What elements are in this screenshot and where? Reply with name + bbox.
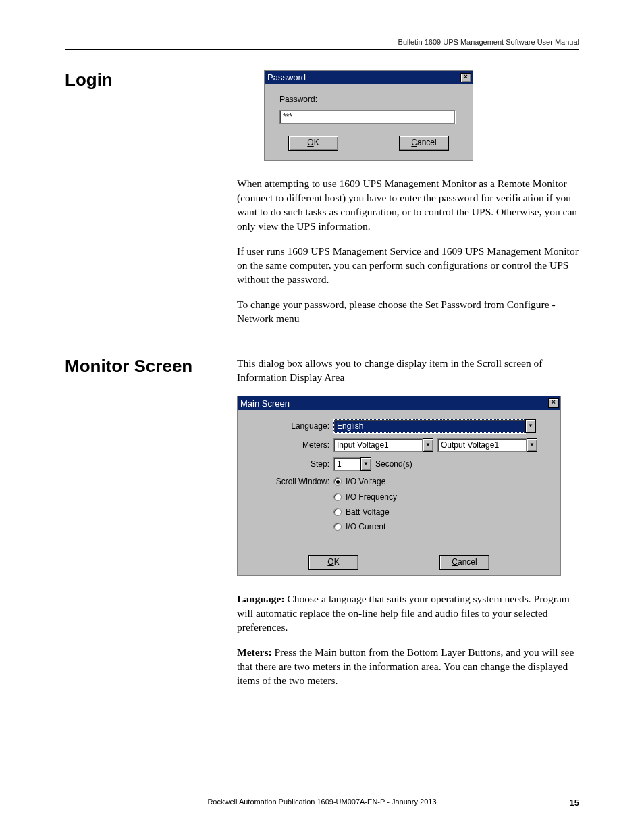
language-description: Language: Choose a language that suits y… bbox=[237, 592, 579, 635]
radio-io-frequency[interactable]: I/O Frequency bbox=[333, 492, 397, 502]
password-dialog-titlebar: Password × bbox=[265, 71, 473, 84]
radio-io-current[interactable]: I/O Current bbox=[333, 521, 397, 532]
radio-batt-voltage[interactable]: Batt Voltage bbox=[333, 506, 397, 517]
step-label: Step: bbox=[247, 459, 333, 469]
meter2-value: Output Voltage1 bbox=[437, 438, 527, 452]
language-select[interactable]: English ▼ bbox=[333, 419, 536, 433]
radio-io-voltage[interactable]: I/O Voltage bbox=[333, 476, 397, 487]
header-rule bbox=[65, 49, 579, 50]
mainscreen-dialog: Main Screen × Language: English ▼ Meters… bbox=[237, 396, 561, 576]
ok-button[interactable]: OK bbox=[308, 555, 358, 570]
password-input[interactable]: *** bbox=[279, 110, 455, 124]
password-dialog: Password × Password: *** OK Cancel bbox=[264, 70, 473, 161]
cancel-button[interactable]: Cancel bbox=[439, 555, 489, 570]
close-icon[interactable]: × bbox=[548, 398, 559, 408]
chevron-down-icon[interactable]: ▼ bbox=[423, 438, 433, 452]
meters-description: Meters: Press the Main button from the B… bbox=[237, 646, 579, 688]
radio-icon bbox=[333, 493, 342, 501]
meter1-value: Input Voltage1 bbox=[333, 438, 423, 452]
mainscreen-titlebar: Main Screen × bbox=[238, 396, 560, 410]
meter1-select[interactable]: Input Voltage1 ▼ bbox=[333, 438, 433, 452]
step-value: 1 bbox=[333, 457, 360, 471]
radio-icon bbox=[333, 523, 342, 531]
chevron-down-icon[interactable]: ▼ bbox=[525, 419, 536, 433]
seconds-label: Second(s) bbox=[375, 459, 412, 469]
monitor-section: Monitor Screen This dialog box allows yo… bbox=[65, 357, 579, 698]
meter2-select[interactable]: Output Voltage1 ▼ bbox=[437, 438, 537, 452]
page-footer: Rockwell Automation Publication 1609-UM0… bbox=[65, 798, 579, 806]
chevron-down-icon[interactable]: ▼ bbox=[360, 457, 371, 471]
radio-icon bbox=[333, 508, 342, 516]
radio-icon bbox=[333, 477, 342, 486]
password-dialog-title: Password bbox=[267, 72, 306, 84]
cancel-button[interactable]: Cancel bbox=[399, 136, 449, 151]
language-value: English bbox=[333, 419, 525, 433]
meters-label: Meters: bbox=[247, 440, 333, 450]
chevron-down-icon[interactable]: ▼ bbox=[527, 438, 537, 452]
login-para-3: To change your password, please choose t… bbox=[237, 298, 579, 326]
mainscreen-title: Main Screen bbox=[240, 398, 290, 410]
monitor-intro: This dialog box allows you to change dis… bbox=[237, 357, 579, 385]
ok-button[interactable]: OK bbox=[288, 136, 338, 151]
scrollwindow-label: Scroll Window: bbox=[247, 476, 333, 487]
language-label: Language: bbox=[247, 421, 333, 432]
login-para-2: If user runs 1609 UPS Management Service… bbox=[237, 244, 579, 287]
login-section: Login Password × Password: *** OK Cancel… bbox=[65, 70, 579, 336]
monitor-heading: Monitor Screen bbox=[65, 357, 237, 698]
page-number: 15 bbox=[570, 798, 579, 808]
login-para-1: When attempting to use 1609 UPS Manageme… bbox=[237, 177, 579, 234]
password-label: Password: bbox=[279, 94, 458, 105]
step-select[interactable]: 1 ▼ bbox=[333, 457, 371, 471]
close-icon[interactable]: × bbox=[460, 73, 471, 82]
publication-id: Rockwell Automation Publication 1609-UM0… bbox=[65, 798, 579, 806]
running-header: Bulletin 1609 UPS Management Software Us… bbox=[65, 38, 579, 49]
login-heading: Login bbox=[65, 70, 237, 336]
